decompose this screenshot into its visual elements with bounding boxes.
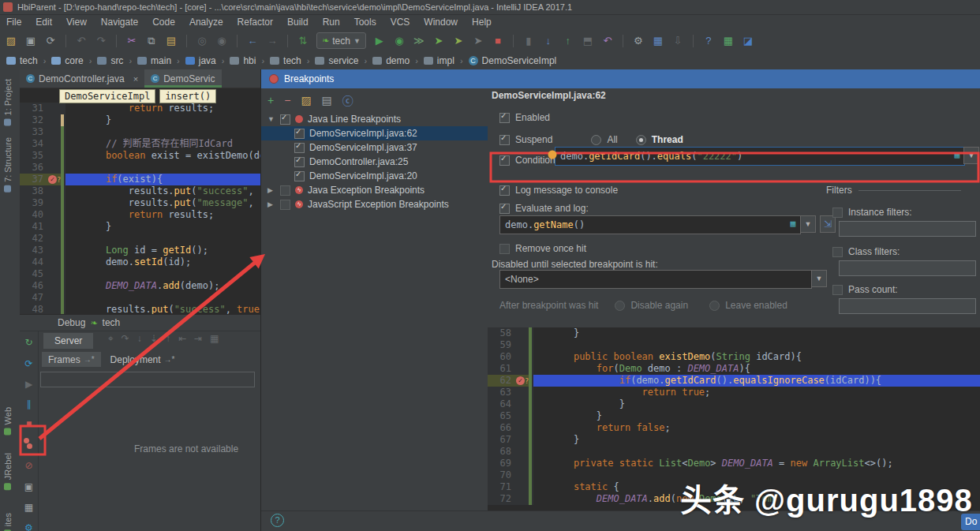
code-line-40[interactable]: 40 return results;	[20, 209, 260, 221]
code-line-33[interactable]: 33	[20, 126, 260, 138]
code-editor[interactable]: 31 return results;32 }3334 // 判断是否存在相同Id…	[20, 103, 260, 316]
refresh-icon[interactable]: ⟳	[22, 357, 36, 371]
step-into-icon[interactable]: ↓	[137, 333, 142, 344]
breakpoint-checkbox[interactable]	[294, 143, 305, 153]
vcs-update-icon[interactable]: ↓	[542, 35, 555, 47]
code-line-38[interactable]: 38 results.put("success", fa	[20, 185, 260, 197]
breakpoint-checkbox[interactable]	[294, 171, 305, 181]
breadcrumb-item-core[interactable]: core	[51, 55, 83, 66]
add-breakpoint-icon[interactable]: +	[267, 94, 274, 107]
disable-again-radio[interactable]	[615, 301, 625, 311]
tab-frames[interactable]: Frames→*	[42, 352, 101, 367]
show-execution-point-icon[interactable]: ⌖	[108, 333, 114, 344]
suspend-checkbox[interactable]	[499, 135, 510, 145]
tool-window-button-web[interactable]: Web	[3, 407, 13, 435]
tree-item-demoserviceimpl-java-62[interactable]: DemoServiceImpl.java:62	[261, 126, 488, 140]
condition-checkbox[interactable]	[499, 155, 510, 166]
pass-count-input[interactable]	[839, 298, 976, 314]
tree-item-democontroller-java-25[interactable]: DemoController.java:25	[261, 155, 488, 169]
code-line-64[interactable]: 64 }	[488, 398, 980, 410]
breakpoint-checkbox[interactable]	[294, 157, 305, 167]
jrebel-activation-icon[interactable]: ◪	[742, 35, 754, 47]
tab-server[interactable]: Server	[43, 333, 93, 349]
rollback-icon[interactable]: ↶	[601, 35, 614, 47]
back-icon[interactable]: ←	[246, 35, 259, 47]
remove-once-checkbox[interactable]	[499, 244, 510, 254]
code-line-42[interactable]: 42	[20, 233, 260, 245]
class-filters-input[interactable]	[839, 260, 976, 276]
code-line-62[interactable]: 62✓ if(demo.getIdCard().equalsIgnoreCase…	[488, 375, 980, 387]
code-line-61[interactable]: 61 for(Demo demo : DEMO_DATA){	[488, 363, 980, 375]
suspend-thread-radio[interactable]	[636, 135, 646, 145]
pause-icon[interactable]: ∥	[22, 398, 36, 411]
breadcrumb-item-src[interactable]: src	[97, 55, 123, 66]
menu-build[interactable]: Build	[287, 17, 309, 28]
chip-class[interactable]: DemoServiceImpl	[59, 89, 155, 103]
breadcrumb-item-tech[interactable]: tech	[6, 55, 38, 66]
step-out-icon[interactable]: ↑	[166, 333, 170, 344]
menu-window[interactable]: Window	[424, 17, 458, 28]
tool-window-button-1-project[interactable]: 1: Project	[3, 79, 13, 125]
group-checkbox[interactable]	[280, 200, 290, 210]
tool-window-button-ites[interactable]: ites	[3, 513, 13, 531]
forward-icon[interactable]: →	[266, 35, 279, 47]
code-line-36[interactable]: 36	[20, 162, 260, 174]
breadcrumb-item-java[interactable]: java	[185, 55, 216, 66]
chevron-expanded-icon[interactable]: ▼	[267, 115, 275, 123]
redo-icon[interactable]: ↷	[95, 35, 107, 47]
menu-analyze[interactable]: Analyze	[189, 17, 223, 28]
evaluate-input[interactable]: demo.getName() ▦	[499, 215, 801, 234]
code-line-63[interactable]: 63 return true;	[488, 387, 980, 398]
menu-view[interactable]: View	[66, 17, 87, 28]
tree-group-java-exception-breakpoints[interactable]: ▶ϟJava Exception Breakpoints	[261, 183, 488, 197]
tree-group-javascript-exception-breakpoints[interactable]: ▶ϟJavaScript Exception Breakpoints	[261, 197, 488, 211]
expand-editor-icon[interactable]: ⇲	[820, 215, 836, 233]
run-to-cursor-icon[interactable]: ⇥	[194, 333, 202, 344]
code-line-39[interactable]: 39 results.put("message", "I	[20, 197, 260, 209]
code-line-58[interactable]: 58 }	[488, 327, 980, 339]
code-line-37[interactable]: 37✓ if(exist){	[20, 174, 260, 185]
chevron-collapsed-icon[interactable]: ▶	[267, 186, 275, 194]
rerun-icon[interactable]: ↻	[22, 336, 36, 350]
debug-tab-label[interactable]: Debug	[58, 317, 85, 328]
menu-help[interactable]: Help	[472, 17, 492, 28]
menu-edit[interactable]: Edit	[36, 17, 52, 28]
run-coverage-icon[interactable]: ≫	[413, 35, 425, 47]
export-icon[interactable]: ⇩	[671, 35, 684, 47]
menu-refactor[interactable]: Refactor	[238, 17, 273, 28]
breadcrumb-item-tech[interactable]: tech	[270, 55, 301, 66]
breadcrumb-item-demoserviceimpl[interactable]: CDemoServiceImpl	[469, 55, 557, 66]
breadcrumb-item-impl[interactable]: impl	[424, 55, 454, 66]
tab-demoserviceimpl[interactable]: C DemoServic	[144, 69, 221, 88]
code-line-65[interactable]: 65 }	[488, 410, 980, 422]
code-line-69[interactable]: 69 private static List<Demo> DEMO_DATA =…	[488, 458, 980, 469]
breakpoint-checkbox[interactable]	[294, 129, 305, 139]
profile-icon[interactable]: ➤	[472, 35, 484, 47]
layout-icon[interactable]: ▦	[22, 501, 36, 514]
condition-history-dropdown[interactable]: ▼	[963, 147, 979, 164]
code-line-41[interactable]: 41 }	[20, 221, 260, 233]
close-icon[interactable]: ×	[133, 74, 138, 84]
stop-icon[interactable]: ■	[492, 35, 504, 47]
group-by-class-icon[interactable]: ⓒ	[342, 92, 353, 108]
pass-count-checkbox[interactable]	[832, 285, 843, 295]
log-message-checkbox[interactable]	[499, 185, 510, 196]
code-line-68[interactable]: 68	[488, 446, 980, 458]
group-checkbox[interactable]	[280, 185, 290, 196]
code-line-67[interactable]: 67 }	[488, 434, 980, 446]
cut-icon[interactable]: ✂	[125, 35, 138, 47]
force-step-into-icon[interactable]: ⇣	[150, 333, 158, 344]
synchronize-icon[interactable]: ⟳	[44, 35, 57, 47]
open-project-icon[interactable]: ▨	[5, 35, 17, 47]
tree-group-java-line-breakpoints[interactable]: ▼Java Line Breakpoints	[261, 112, 488, 126]
help-icon[interactable]: ?	[271, 514, 284, 527]
settings-gear-icon[interactable]: ⚙	[22, 522, 36, 531]
leave-enabled-radio[interactable]	[709, 301, 720, 311]
tool-window-button-jrebel[interactable]: JRebel	[3, 453, 13, 490]
find-usages-icon[interactable]: ◉	[215, 35, 228, 47]
remove-breakpoint-icon[interactable]: −	[284, 94, 290, 107]
disabled-until-select[interactable]: <None>	[499, 270, 812, 289]
code-line-32[interactable]: 32 }	[20, 114, 260, 126]
copy-icon[interactable]: ⧉	[145, 35, 158, 47]
breadcrumb-item-service[interactable]: service	[315, 55, 358, 66]
